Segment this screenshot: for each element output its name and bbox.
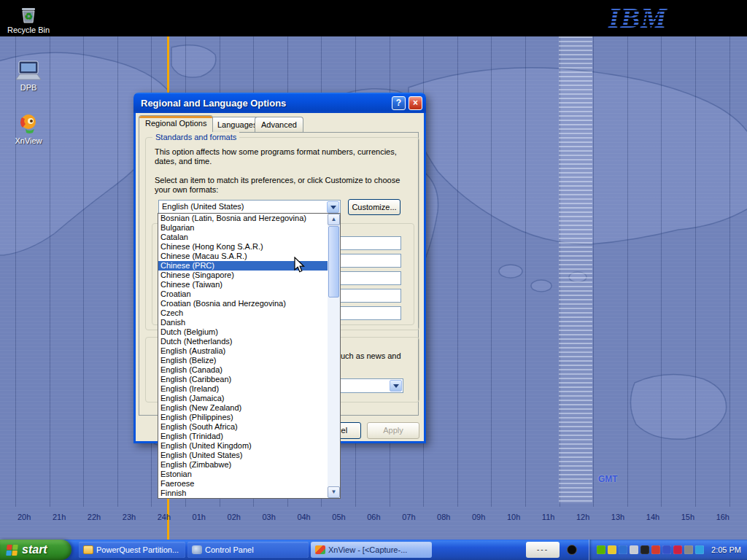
standards-description: This option affects how some programs fo… [155, 147, 409, 166]
desktop-icon-label: DPB [6, 83, 51, 92]
help-button[interactable]: ? [392, 96, 406, 110]
language-option[interactable]: Finnish [158, 489, 328, 498]
tab-advanced[interactable]: Advanced [255, 117, 303, 132]
timezone-label: 15h [681, 513, 694, 521]
language-option[interactable]: English (Zimbabwe) [158, 460, 328, 470]
language-option[interactable]: English (United States) [158, 451, 328, 460]
xnview-icon [315, 545, 325, 554]
language-option[interactable]: Czech [158, 308, 328, 318]
xnview-icon [16, 112, 41, 135]
language-option[interactable]: Estonian [158, 470, 328, 479]
language-option[interactable]: English (Caribbean) [158, 375, 328, 384]
black-disc-icon[interactable] [567, 545, 577, 555]
folder-icon [83, 545, 93, 554]
language-option[interactable]: Dutch (Belgium) [158, 327, 328, 337]
desktop-icon-dpb[interactable]: DPB [6, 60, 51, 92]
language-option[interactable]: English (Trinidad) [158, 432, 328, 441]
recycle-bin-icon[interactable]: ♻ Recycle Bin [6, 2, 51, 34]
tray-icon[interactable] [651, 545, 660, 554]
format-combobox-value: English (United States) [162, 202, 244, 211]
gmt-label: GMT [598, 474, 618, 484]
windows-flag-icon [6, 545, 18, 556]
language-option[interactable]: English (United Kingdom) [158, 441, 328, 451]
start-button-label: start [22, 543, 47, 556]
language-option[interactable]: Dutch (Netherlands) [158, 337, 328, 346]
taskbar-status-slot [560, 542, 584, 558]
timezone-label: 23h [123, 513, 136, 521]
language-option[interactable]: English (Ireland) [158, 384, 328, 394]
language-dropdown-list: Bosnian (Latin, Bosnia and Herzegovina)B… [158, 213, 341, 499]
taskbar-button-label: XnView - [<Capture-... [328, 545, 407, 554]
timezone-label: 16h [716, 513, 729, 521]
timezone-label: 07h [402, 513, 415, 521]
tray-icon[interactable] [630, 545, 638, 554]
dialog-titlebar[interactable]: Regional and Language Options ? × [133, 93, 426, 113]
timezone-label: 24h [158, 513, 171, 521]
language-option[interactable]: English (South Africa) [158, 422, 328, 432]
language-option[interactable]: Chinese (Hong Kong S.A.R.) [158, 242, 328, 252]
desktop-icon-xnview[interactable]: XnView [6, 112, 51, 145]
language-option[interactable]: Croatian [158, 289, 328, 299]
svg-text:♻: ♻ [24, 11, 33, 22]
tray-icon[interactable] [662, 545, 671, 554]
group-title: Standards and formats [152, 132, 239, 142]
ibm-logo: IBM [605, 1, 686, 36]
taskbar-window-button[interactable]: PowerQuest Partition... [79, 542, 185, 558]
timezone-scale: 20h21h22h23h24h01h02h03h04h05h06h07h08h0… [18, 513, 729, 521]
tray-icons [597, 545, 704, 554]
highlighted-timezone-band [559, 36, 592, 503]
language-option[interactable]: Catalan [158, 233, 328, 242]
taskbar-window-button[interactable]: Control Panel [187, 542, 309, 558]
language-option[interactable]: Chinese (Taiwan) [158, 280, 328, 289]
tray-icon[interactable] [640, 545, 649, 554]
svg-text:IBM: IBM [608, 1, 667, 34]
language-option[interactable]: Bosnian (Latin, Bosnia and Herzegovina) [158, 214, 328, 223]
close-button[interactable]: × [409, 96, 422, 110]
apply-button[interactable]: Apply [367, 422, 419, 439]
scrollbar-thumb[interactable] [328, 226, 339, 298]
combobox-dropdown-arrow-icon[interactable] [327, 201, 339, 213]
timezone-label: 08h [437, 513, 450, 521]
scroll-down-icon[interactable]: ▼ [328, 486, 340, 498]
timezone-label: 14h [646, 513, 659, 521]
language-option[interactable]: Croatian (Bosnia and Herzegovina) [158, 299, 328, 308]
scroll-up-icon[interactable]: ▲ [328, 214, 340, 225]
timezone-label: 02h [228, 513, 241, 521]
language-option[interactable]: Faeroese [158, 479, 328, 489]
timezone-label: 20h [18, 513, 31, 521]
timezone-label: 06h [367, 513, 380, 521]
recycle-bin-glyph: ♻ [18, 2, 39, 24]
tray-icon[interactable] [673, 545, 682, 554]
tray-icon[interactable] [597, 545, 605, 554]
language-option[interactable]: English (Australia) [158, 346, 328, 356]
language-option[interactable]: English (Jamaica) [158, 394, 328, 403]
location-text-fragment: uch as news and [341, 351, 414, 360]
timezone-label: 05h [332, 513, 345, 521]
dropdown-scrollbar[interactable]: ▲ ▼ [328, 214, 340, 498]
language-option[interactable]: Danish [158, 318, 328, 327]
taskbar-window-button[interactable]: XnView - [<Capture-... [311, 542, 432, 558]
customize-button[interactable]: Customize... [348, 199, 400, 215]
tab-regional-options[interactable]: Regional Options [139, 115, 213, 133]
language-option[interactable]: English (Belize) [158, 356, 328, 365]
language-option[interactable]: Bulgarian [158, 223, 328, 233]
mouse-cursor [292, 257, 308, 274]
combobox-dropdown-arrow-icon[interactable] [390, 380, 402, 392]
timezone-label: 21h [53, 513, 66, 521]
top-strip: ♻ Recycle Bin IBM [0, 0, 747, 36]
start-button[interactable]: start [0, 540, 71, 560]
tray-icon[interactable] [684, 545, 693, 554]
tray-icon[interactable] [619, 545, 627, 554]
tray-icon[interactable] [608, 545, 616, 554]
timezone-label: 11h [542, 513, 555, 521]
recycle-bin-label: Recycle Bin [6, 26, 51, 34]
language-option[interactable]: English (New Zealand) [158, 403, 328, 413]
language-option[interactable]: English (Canada) [158, 365, 328, 375]
timezone-label: 22h [88, 513, 101, 521]
taskbar-overflow-button[interactable]: --- [526, 542, 560, 558]
language-option[interactable]: English (Philippines) [158, 413, 328, 422]
standards-instruction: Select an item to match its preferences,… [155, 176, 411, 195]
format-combobox[interactable]: English (United States) [158, 200, 341, 214]
tray-icon[interactable] [695, 545, 704, 554]
system-tray: 2:05 PM [589, 540, 747, 560]
